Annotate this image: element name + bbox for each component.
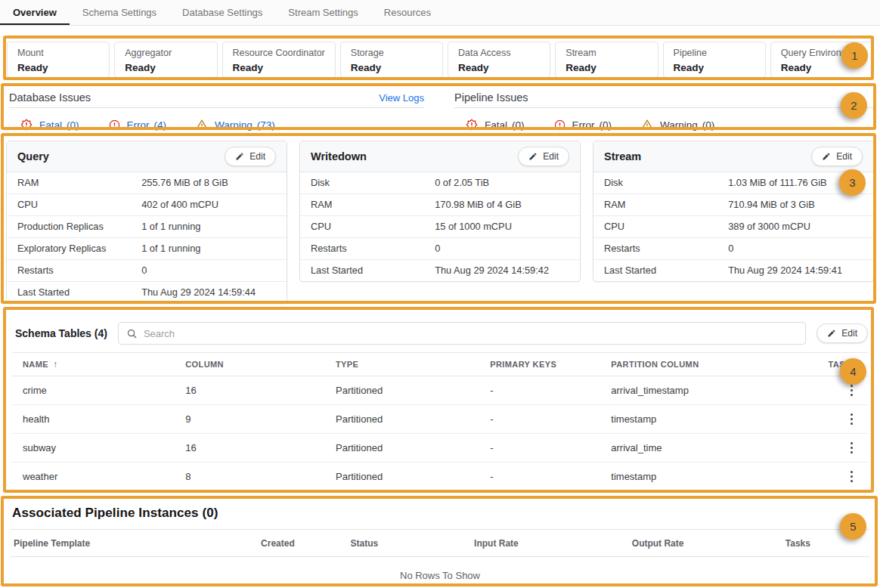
query-card: Query Edit RAM 255.76 MiB of 8 GiB CPU 4… xyxy=(6,141,287,304)
stat-label: CPU xyxy=(604,221,728,232)
cell-name: health xyxy=(23,413,185,425)
column-header-output-rate[interactable]: Output Rate xyxy=(632,538,785,549)
status-card-resource-coordinator: Resource Coordinator Ready xyxy=(222,42,336,78)
status-label: Resource Coordinator xyxy=(233,48,325,58)
status-value: Ready xyxy=(565,62,647,73)
status-value: Ready xyxy=(351,62,432,73)
stat-value: 170.98 MiB of 4 GiB xyxy=(435,200,569,210)
stat-label: RAM xyxy=(604,200,728,210)
cell-column: 16 xyxy=(185,442,336,453)
stat-label: RAM xyxy=(311,200,435,210)
pencil-icon xyxy=(827,329,836,338)
pencil-icon xyxy=(822,152,831,161)
stat-value: 0 of 2.05 TiB xyxy=(435,178,569,188)
query-edit-button[interactable]: Edit xyxy=(225,147,276,166)
cell-primary-keys: - xyxy=(490,471,611,482)
stat-value: 1.03 MiB of 111.76 GiB xyxy=(728,178,863,188)
stat-label: Exploratory Replicas xyxy=(17,243,141,254)
stat-value: 389 of 3000 mCPU xyxy=(728,221,863,232)
stream-edit-button[interactable]: Edit xyxy=(811,147,863,166)
status-card-query-environment: Query Environment Ready xyxy=(770,42,873,78)
column-header-name[interactable]: NAME↑ xyxy=(23,359,185,370)
edit-label: Edit xyxy=(841,328,857,339)
stat-value: 0 xyxy=(435,243,569,254)
column-header-input-rate[interactable]: Input Rate xyxy=(474,538,632,549)
table-row-crime[interactable]: crime 16 Partitioned - arrival_timestamp xyxy=(12,376,868,405)
stat-value: 15 of 1000 mCPU xyxy=(435,221,569,232)
row-tasks-menu-icon[interactable] xyxy=(846,382,858,400)
row-tasks-menu-icon[interactable] xyxy=(846,468,858,486)
pipeline-table-header: Pipeline Template Created Status Input R… xyxy=(11,529,869,557)
status-value: Ready xyxy=(233,62,325,73)
database-fatal-link[interactable]: Fatal (0) xyxy=(20,118,79,132)
column-header-column[interactable]: COLUMN xyxy=(185,360,336,369)
status-label: Data Access xyxy=(458,48,540,58)
status-label: Aggregator xyxy=(125,48,206,58)
schema-edit-button[interactable]: Edit xyxy=(816,323,868,343)
issue-label: Fatal xyxy=(485,119,507,131)
column-header-partition-column[interactable]: PARTITION COLUMN xyxy=(611,360,811,369)
overview-page: Overview Schema Settings Database Settin… xyxy=(0,0,880,588)
database-warning-link[interactable]: Warning (73) xyxy=(195,118,275,132)
column-header-created[interactable]: Created xyxy=(261,538,350,549)
table-row-weather[interactable]: weather 8 Partitioned - timestamp xyxy=(12,463,868,491)
status-card-storage: Storage Ready xyxy=(340,42,443,78)
stat-row: RAM 170.98 MiB of 4 GiB xyxy=(300,194,580,216)
search-input[interactable] xyxy=(144,328,798,339)
cell-name: crime xyxy=(23,385,185,396)
stream-card: Stream Edit Disk 1.03 MiB of 111.76 GiB … xyxy=(593,141,874,282)
schema-tables-title: Schema Tables (4) xyxy=(15,327,107,339)
tab-schema-settings[interactable]: Schema Settings xyxy=(70,0,169,25)
writedown-card: Writedown Edit Disk 0 of 2.05 TiB RAM 17… xyxy=(299,141,581,282)
column-header-status[interactable]: Status xyxy=(351,538,475,549)
schema-table-header: NAME↑ COLUMN TYPE PRIMARY KEYS PARTITION… xyxy=(12,352,868,376)
cell-primary-keys: - xyxy=(490,442,611,453)
table-row-health[interactable]: health 9 Partitioned - timestamp xyxy=(12,405,868,434)
table-row-subway[interactable]: subway 16 Partitioned - arrival_time xyxy=(12,434,868,463)
column-header-tasks[interactable]: Tasks xyxy=(785,538,866,549)
pipeline-issues-panel: Pipeline Issues Fatal (0) xyxy=(454,88,875,132)
view-logs-link[interactable]: View Logs xyxy=(379,92,424,104)
warning-icon xyxy=(640,118,654,132)
issue-label: Fatal xyxy=(39,119,62,131)
pipeline-error-item: Error (0) xyxy=(553,119,612,132)
pencil-icon xyxy=(235,152,244,161)
issue-label: Error xyxy=(572,119,595,131)
edit-label: Edit xyxy=(836,151,852,162)
stat-label: Restarts xyxy=(311,243,435,254)
issue-count: (0) xyxy=(512,119,525,131)
row-tasks-menu-icon[interactable] xyxy=(846,439,858,457)
edit-label: Edit xyxy=(249,151,265,162)
row-tasks-menu-icon[interactable] xyxy=(846,410,858,429)
schema-search-box[interactable] xyxy=(118,322,806,345)
issue-count: (73) xyxy=(257,119,275,131)
stat-label: Production Replicas xyxy=(17,221,141,232)
pipeline-instances-title: Associated Pipeline Instances (0) xyxy=(11,499,869,529)
stat-row: Disk 1.03 MiB of 111.76 GiB xyxy=(593,172,873,194)
database-error-link[interactable]: Error (4) xyxy=(108,119,167,132)
cell-column: 16 xyxy=(185,385,336,396)
column-header-pipeline-template[interactable]: Pipeline Template xyxy=(14,538,261,549)
status-value: Ready xyxy=(674,62,755,73)
issues-section: Database Issues View Logs Fatal (0) xyxy=(0,83,880,132)
column-header-type[interactable]: TYPE xyxy=(336,360,490,369)
sort-asc-icon: ↑ xyxy=(53,359,57,370)
stat-row: Restarts 0 xyxy=(7,260,287,282)
writedown-edit-button[interactable]: Edit xyxy=(518,147,569,166)
cell-primary-keys: - xyxy=(490,385,611,396)
column-header-tasks[interactable]: TASKS xyxy=(811,360,857,369)
tab-stream-settings[interactable]: Stream Settings xyxy=(275,0,371,25)
tab-bar: Overview Schema Settings Database Settin… xyxy=(0,0,880,26)
card-title: Writedown xyxy=(311,150,367,162)
status-label: Query Environment xyxy=(781,48,863,58)
error-icon xyxy=(553,119,566,132)
service-status-strip: Mount Ready Aggregator Ready Resource Co… xyxy=(7,42,873,78)
tab-database-settings[interactable]: Database Settings xyxy=(169,0,275,25)
stat-label: Last Started xyxy=(17,287,141,298)
tab-resources[interactable]: Resources xyxy=(371,0,444,25)
tab-overview[interactable]: Overview xyxy=(0,0,70,25)
column-header-primary-keys[interactable]: PRIMARY KEYS xyxy=(490,360,611,369)
stat-label: Restarts xyxy=(604,243,728,254)
schema-tables-section: Schema Tables (4) Edit NAME↑ xyxy=(3,314,877,491)
fatal-icon xyxy=(465,118,479,132)
